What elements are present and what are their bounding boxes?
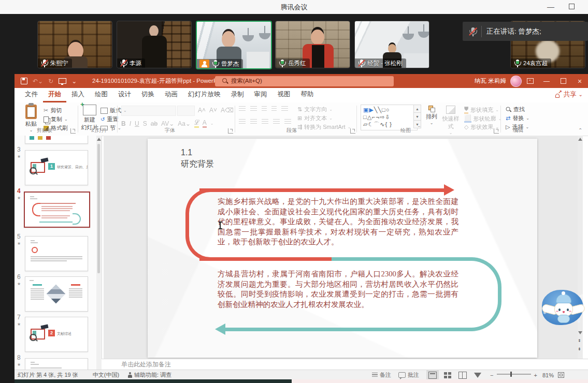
slideshow-from-start-icon[interactable] <box>59 78 66 84</box>
thumbnail-scrollbar[interactable] <box>96 136 102 370</box>
video-tile-participant-2[interactable]: 李源 <box>117 21 192 68</box>
share-button[interactable]: 共享 ⌄ <box>555 90 583 99</box>
tab-view[interactable]: 视图 <box>273 87 296 102</box>
mini-teal-line <box>39 222 73 223</box>
font-dialog-launcher-icon[interactable] <box>228 128 233 134</box>
scroll-up-icon[interactable] <box>97 138 101 141</box>
arrange-button[interactable]: 排列 ⌄ <box>424 106 439 125</box>
thumbnail-slide-3[interactable]: 1 研究背景、目的、意义 <box>25 150 88 185</box>
powerpoint-close-button[interactable]: × <box>571 74 588 88</box>
slide-sorter-view-button[interactable] <box>444 372 451 378</box>
align-text-button[interactable]: ⊞对齐文本⌄ <box>297 114 333 122</box>
account-area[interactable]: 纳瓦 米莉姆 <box>475 74 522 88</box>
participant-body <box>142 36 167 68</box>
slide-position-indicator[interactable]: 幻灯片 第 4 张, 共 19 张 <box>18 371 78 379</box>
powerpoint-minimize-button[interactable]: — <box>538 74 555 88</box>
mini-logo <box>30 136 34 140</box>
video-tile-participant-5[interactable]: 经贸 - 张松刚 <box>354 21 429 68</box>
slide[interactable]: 1.1 研究背景 实施乡村振兴战略，是党的十九大作出的重大决策部署，是决胜全面建… <box>148 139 537 358</box>
tab-insert[interactable]: 插入 <box>66 87 90 102</box>
account-avatar[interactable] <box>510 76 522 87</box>
zoom-slider[interactable] <box>497 374 531 375</box>
bullets-icon <box>239 106 246 112</box>
quick-styles-button[interactable]: 快速样式 ⌄ <box>440 106 461 135</box>
tab-home[interactable]: 开始 <box>43 87 66 102</box>
collapse-ribbon-icon[interactable]: ⌃ <box>578 127 582 133</box>
cut-button[interactable]: ✂剪切 <box>44 107 62 114</box>
next-slide-icon[interactable]: ⇟ <box>578 347 581 351</box>
scroll-up-icon[interactable] <box>578 138 582 141</box>
thumbnail-slide-7[interactable]: 2 文献综述 <box>25 317 88 352</box>
thumbnail-slide-5[interactable] <box>25 236 88 271</box>
thumbnail-slide-8-partial[interactable] <box>25 358 88 370</box>
group-separator <box>117 106 118 132</box>
undo-icon[interactable]: ↶⌄ <box>33 78 43 85</box>
paragraph-dialog-launcher-icon[interactable] <box>350 128 355 134</box>
slideshow-view-button[interactable] <box>474 373 481 378</box>
tab-help[interactable]: 帮助 <box>296 87 319 102</box>
find-button[interactable]: 查找 <box>506 106 525 113</box>
shape-fill-button[interactable]: ⛊形状填充⌄ <box>464 106 499 114</box>
font-size-buttons[interactable]: A˄A˅A⌫ <box>198 107 234 114</box>
redo-icon[interactable]: ↻ <box>48 78 53 85</box>
zoom-in-button[interactable]: + <box>534 372 537 378</box>
notes-pane[interactable]: 单击此处添加备注 <box>102 359 588 370</box>
thumbnail-number: 7 <box>17 314 21 321</box>
tab-slideshow[interactable]: 幻灯片放映 <box>183 87 226 102</box>
comments-toggle-button[interactable]: 批注 <box>398 371 419 379</box>
slide-paragraph-bottom[interactable]: 方城县营坊村，隶属于河南省南阳市，户籍人口2300多人。解决农业经济发展问题尤为… <box>218 269 458 310</box>
tab-file[interactable]: 文件 <box>20 87 43 102</box>
customize-qat-icon[interactable]: ⌄ <box>71 78 77 85</box>
slide-title[interactable]: 1.1 研究背景 <box>181 147 214 170</box>
drawing-dialog-launcher-icon[interactable] <box>494 128 499 134</box>
thumbnail-slide-6[interactable] <box>25 276 88 312</box>
notes-toggle-button[interactable]: 备注 <box>372 371 391 379</box>
tab-animations[interactable]: 动画 <box>160 87 183 102</box>
tab-design[interactable]: 设计 <box>113 87 136 102</box>
previous-slide-icon[interactable]: ⇞ <box>578 338 581 343</box>
text-direction-button[interactable]: ⇅文字方向⌄ <box>297 106 333 113</box>
meeting-minimize-button[interactable]: — <box>543 0 558 14</box>
tab-review[interactable]: 审阅 <box>249 87 273 102</box>
ribbon-display-options-button[interactable] <box>522 74 538 88</box>
tab-record[interactable]: 录制 <box>226 87 249 102</box>
save-icon[interactable] <box>21 78 27 84</box>
reset-button[interactable]: ↺重置 <box>101 115 118 123</box>
arrange-icon <box>428 106 435 112</box>
copy-button[interactable]: 复制⌄ <box>44 115 68 123</box>
video-tile-participant-4[interactable]: 岳秀红 <box>275 21 350 68</box>
language-indicator[interactable]: 中文(中国) <box>93 371 119 379</box>
list-and-indent-buttons[interactable] <box>239 106 288 112</box>
tab-draw[interactable]: 绘图 <box>90 87 113 102</box>
zoom-level[interactable]: 81% <box>542 372 554 378</box>
mini-text <box>31 258 82 259</box>
normal-view-button[interactable] <box>428 372 437 379</box>
font-name-combobox[interactable] <box>121 106 176 116</box>
font-size-combobox[interactable] <box>177 106 195 116</box>
fit-to-window-icon[interactable] <box>558 372 564 378</box>
meeting-maximize-button[interactable] <box>564 0 579 14</box>
thumbnail-slide-2-partial[interactable] <box>25 136 88 144</box>
replace-button[interactable]: ⇄替换⌄ <box>506 114 529 122</box>
alignment-buttons[interactable] <box>239 119 291 125</box>
powerpoint-restore-button[interactable] <box>555 74 571 88</box>
scrollbar-thumb[interactable] <box>97 144 100 273</box>
video-tile-participant-3-speaking[interactable]: 曾梦杰 <box>196 21 272 69</box>
accessibility-status[interactable]: 辅助功能: 调查 <box>127 371 171 379</box>
scroll-down-icon[interactable] <box>578 331 582 334</box>
search-box[interactable]: 搜索(Alt+Q) <box>215 76 394 86</box>
clipboard-dialog-launcher-icon[interactable] <box>70 128 76 134</box>
reading-view-button[interactable] <box>458 372 467 379</box>
tab-transitions[interactable]: 切换 <box>136 87 160 102</box>
meeting-title: 腾讯会议 <box>0 0 588 14</box>
mic-muted-icon[interactable] <box>468 26 477 36</box>
zoom-out-button[interactable]: − <box>490 372 493 378</box>
zoom-slider-thumb[interactable] <box>510 372 512 377</box>
slide-paragraph-top[interactable]: 实施乡村振兴战略，是党的十九大作出的重大决策部署，是决胜全面建成小康社会、全面建… <box>218 197 458 247</box>
shape-outline-button[interactable]: ⬜形状轮廓⌄ <box>464 114 501 123</box>
video-tile-participant-1[interactable]: 朱熙宁 <box>37 21 112 68</box>
gallery-down-button[interactable]: ▼ <box>413 112 421 121</box>
replace-label: 替换 <box>512 114 524 122</box>
gallery-up-button[interactable]: ▲ <box>413 105 421 113</box>
thumbnail-slide-4-selected[interactable] <box>24 192 90 228</box>
